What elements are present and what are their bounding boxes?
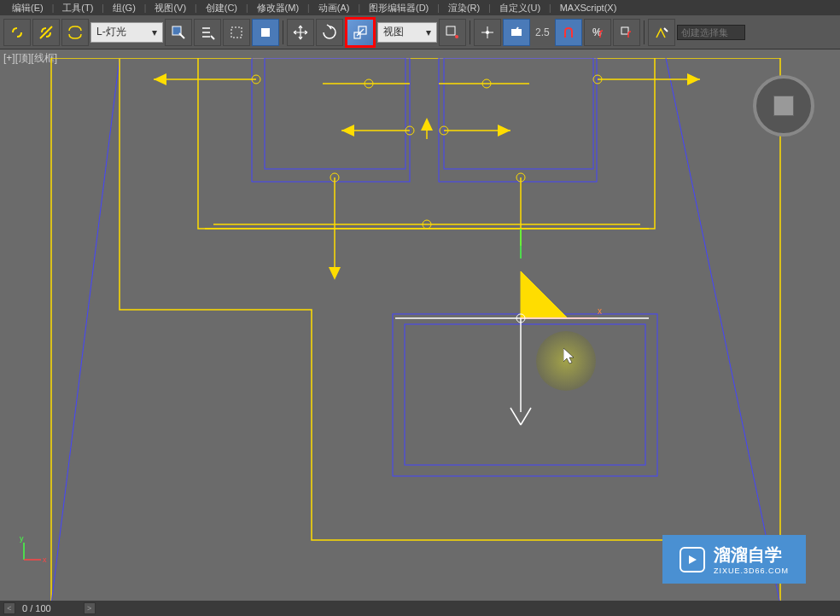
main-toolbar: L-灯光 ▾ 视图 ▾ 2.5 % [0, 15, 840, 49]
pivot-center-icon[interactable] [439, 19, 466, 46]
named-selection-input[interactable] [677, 25, 745, 40]
spinner-value: 2.5 [532, 26, 553, 38]
svg-text:y: y [20, 534, 24, 543]
svg-rect-11 [51, 58, 780, 604]
svg-rect-14 [252, 58, 410, 182]
frame-counter: 0 / 100 [15, 603, 58, 613]
manipulate-icon[interactable] [474, 19, 501, 46]
axis-indicator: y x [17, 532, 51, 567]
svg-rect-19 [405, 324, 645, 465]
rotate-icon[interactable] [316, 19, 343, 46]
menu-maxscript[interactable]: MAXScript(X) [551, 1, 626, 15]
svg-rect-5 [446, 26, 455, 35]
svg-rect-10 [621, 27, 628, 34]
move-icon[interactable] [287, 19, 314, 46]
keyboard-shortcut-icon[interactable] [503, 19, 530, 46]
svg-rect-2 [261, 28, 270, 37]
menu-view[interactable]: 视图(V) [146, 0, 195, 16]
snap-toggle-icon[interactable] [555, 19, 582, 46]
bind-icon[interactable] [61, 19, 89, 46]
menu-edit[interactable]: 编辑(E) [3, 0, 52, 16]
select-region-icon[interactable] [223, 19, 250, 46]
menu-modifiers[interactable]: 修改器(M) [248, 0, 308, 16]
link-icon[interactable] [3, 19, 31, 46]
edit-named-sel-icon[interactable] [648, 19, 675, 46]
percent-snap-icon[interactable] [613, 19, 640, 46]
reference-coord-dropdown[interactable]: 视图 ▾ [377, 22, 437, 43]
svg-rect-18 [393, 314, 657, 476]
svg-text:x: x [43, 555, 47, 564]
nav-cube-face[interactable] [773, 96, 794, 116]
watermark-url: ZIXUE.3D66.COM [714, 567, 789, 575]
drawing-canvas: x [0, 58, 840, 609]
svg-rect-17 [444, 58, 593, 169]
play-icon [680, 547, 705, 572]
menu-graph-editors[interactable]: 图形编辑器(D) [360, 0, 437, 16]
watermark-text: 溜溜自学 [714, 543, 789, 567]
scale-icon[interactable] [345, 17, 376, 48]
angle-snap-icon[interactable]: % [584, 19, 611, 46]
menu-rendering[interactable]: 渲染(R) [440, 0, 488, 16]
selection-filter-dropdown[interactable]: L-灯光 ▾ [90, 22, 163, 43]
svg-rect-16 [439, 58, 597, 182]
svg-text:x: x [598, 306, 602, 316]
scroll-left-icon[interactable]: < [3, 602, 15, 614]
svg-point-6 [455, 35, 458, 38]
navigation-cube[interactable] [753, 75, 814, 137]
watermark: 溜溜自学 ZIXUE.3D66.COM [662, 535, 806, 584]
select-filter-icon[interactable] [165, 19, 192, 46]
status-bar: < 0 / 100 > [0, 601, 840, 616]
svg-line-12 [51, 58, 120, 604]
menu-bar: 编辑(E) | 工具(T) | 组(G) | 视图(V) | 创建(C) | 修… [0, 0, 840, 15]
svg-rect-15 [265, 58, 405, 169]
scroll-right-icon[interactable]: > [84, 602, 96, 614]
menu-customize[interactable]: 自定义(U) [491, 0, 549, 16]
select-by-name-icon[interactable] [194, 19, 221, 46]
menu-group[interactable]: 组(G) [104, 0, 144, 16]
menu-tools[interactable]: 工具(T) [54, 0, 102, 16]
svg-line-13 [666, 58, 780, 604]
window-crossing-icon[interactable] [252, 19, 279, 46]
svg-point-7 [486, 31, 489, 34]
cursor-highlight [536, 331, 596, 391]
menu-animation[interactable]: 动画(A) [310, 0, 359, 16]
svg-rect-1 [231, 27, 242, 38]
viewport[interactable]: [+][顶][线框] [0, 49, 840, 601]
menu-create[interactable]: 创建(C) [197, 0, 246, 16]
unlink-icon[interactable] [32, 19, 60, 46]
